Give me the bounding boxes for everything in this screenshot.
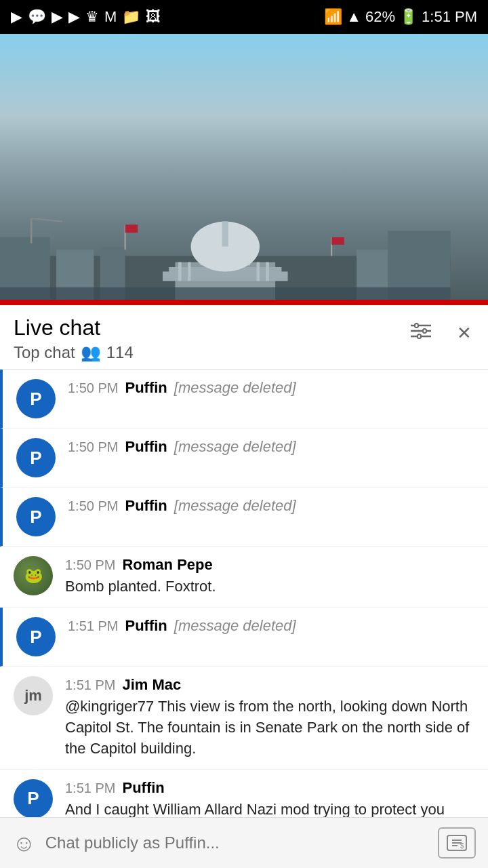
icon-yt2: ▶ [68, 8, 80, 26]
avatar: P [16, 438, 56, 477]
chat-message: P 1:50 PM Puffin [message deleted] [0, 429, 488, 488]
filter-icon [409, 321, 432, 340]
svg-rect-22 [0, 288, 451, 300]
message-author: Puffin [125, 438, 167, 456]
chat-input-field[interactable] [45, 833, 428, 852]
message-meta: 1:51 PM Puffin [65, 779, 474, 797]
message-meta: 1:51 PM Jim Mac [65, 676, 474, 694]
svg-rect-14 [256, 262, 260, 281]
message-deleted: [message deleted] [174, 617, 296, 635]
svg-rect-17 [125, 224, 138, 233]
message-author: Puffin [125, 379, 167, 397]
message-deleted: [message deleted] [174, 379, 296, 397]
status-bar: ▶ 💬 ▶ ▶ ♛ M 📁 🖼 📶 ▲ 62% 🔋 1:51 PM [0, 0, 488, 34]
icon-m: M [104, 8, 117, 26]
avatar: P [16, 617, 56, 656]
message-content: 1:50 PM Puffin [message deleted] [68, 438, 474, 458]
status-left-icons: ▶ 💬 ▶ ▶ ♛ M 📁 🖼 [11, 8, 161, 26]
message-time: 1:50 PM [68, 439, 118, 455]
svg-rect-27 [423, 329, 426, 333]
send-icon: $ [447, 835, 467, 851]
live-chat-title: Live chat [14, 315, 134, 340]
viewer-icon: 👥 [81, 343, 101, 362]
video-progress-bar[interactable] [0, 300, 488, 305]
message-time: 1:50 PM [65, 557, 115, 573]
chat-input-area: ☺ $ [0, 817, 488, 868]
svg-rect-28 [418, 334, 421, 338]
message-text: Bomb planted. Foxtrot. [65, 576, 474, 597]
message-author: Puffin [122, 779, 164, 797]
emoji-icon: ☺ [12, 830, 36, 856]
viewer-count: 114 [106, 343, 134, 362]
chat-header-left: Live chat Top chat 👥 114 [14, 315, 134, 362]
icon-msg: 💬 [28, 8, 46, 26]
wifi-icon: 📶 [324, 8, 342, 26]
icon-yt1: ▶ [52, 8, 63, 26]
svg-rect-15 [266, 262, 269, 281]
svg-rect-12 [178, 262, 182, 281]
battery-icon: 🔋 [399, 8, 418, 26]
message-content: 1:50 PM Puffin [message deleted] [68, 379, 474, 399]
message-time: 1:51 PM [68, 618, 118, 634]
icon-image: 🖼 [146, 8, 161, 26]
chat-message: 🐸 1:50 PM Roman Pepe Bomb planted. Foxtr… [0, 547, 488, 608]
chat-header: Live chat Top chat 👥 114 ✕ [0, 305, 488, 370]
message-time: 1:50 PM [68, 498, 118, 514]
signal-icon: ▲ [346, 8, 361, 26]
message-content: 1:51 PM Puffin And I caught William Alla… [65, 779, 474, 821]
avatar: jm [14, 676, 53, 715]
message-content: 1:50 PM Puffin [message deleted] [68, 497, 474, 517]
capitol-building-svg [0, 218, 451, 300]
chat-header-right: ✕ [407, 315, 474, 348]
message-text: @kingriger77 This view is from the north… [65, 696, 474, 759]
message-author: Puffin [125, 617, 167, 635]
filter-button[interactable] [407, 319, 435, 348]
avatar: P [16, 379, 56, 418]
icon-folder: 📁 [122, 8, 140, 26]
message-meta: 1:50 PM Puffin [message deleted] [68, 497, 474, 515]
chat-subtitle: Top chat 👥 114 [14, 343, 134, 362]
svg-rect-19 [331, 237, 344, 245]
battery-percent: 62% [365, 8, 395, 26]
close-button[interactable]: ✕ [454, 320, 474, 347]
clock: 1:51 PM [422, 8, 477, 26]
avatar: 🐸 [14, 556, 53, 595]
message-time: 1:51 PM [65, 677, 115, 693]
chat-message: P 1:50 PM Puffin [message deleted] [0, 488, 488, 547]
video-player[interactable] [0, 34, 488, 305]
avatar: P [16, 497, 56, 536]
chat-message: P 1:50 PM Puffin [message deleted] [0, 370, 488, 429]
message-content: 1:51 PM Jim Mac @kingriger77 This view i… [65, 676, 474, 759]
emoji-button[interactable]: ☺ [12, 830, 36, 856]
message-time: 1:50 PM [68, 380, 118, 396]
icon-tv: ▶ [11, 8, 22, 26]
message-meta: 1:50 PM Puffin [message deleted] [68, 379, 474, 397]
message-author: Puffin [125, 497, 167, 515]
message-time: 1:51 PM [65, 781, 115, 796]
message-content: 1:51 PM Puffin [message deleted] [68, 617, 474, 637]
svg-rect-11 [222, 222, 228, 247]
message-meta: 1:50 PM Puffin [message deleted] [68, 438, 474, 456]
avatar: P [14, 779, 53, 818]
svg-rect-13 [188, 262, 191, 281]
message-content: 1:50 PM Roman Pepe Bomb planted. Foxtrot… [65, 556, 474, 597]
message-deleted: [message deleted] [174, 497, 296, 515]
svg-rect-26 [415, 323, 418, 328]
chat-message: jm 1:51 PM Jim Mac @kingriger77 This vie… [0, 667, 488, 769]
message-author: Roman Pepe [122, 556, 212, 574]
send-button[interactable]: $ [438, 827, 476, 859]
chat-message: P 1:51 PM Puffin [message deleted] [0, 608, 488, 667]
message-meta: 1:50 PM Roman Pepe [65, 556, 474, 574]
message-deleted: [message deleted] [174, 438, 296, 456]
icon-crown: ♛ [85, 8, 99, 26]
status-right-info: 📶 ▲ 62% 🔋 1:51 PM [324, 8, 477, 26]
top-chat-label[interactable]: Top chat [14, 343, 75, 362]
svg-text:$: $ [460, 842, 464, 850]
message-author: Jim Mac [122, 676, 181, 694]
message-meta: 1:51 PM Puffin [message deleted] [68, 617, 474, 635]
svg-line-21 [31, 218, 62, 222]
chat-messages-list: P 1:50 PM Puffin [message deleted] P 1:5… [0, 370, 488, 868]
